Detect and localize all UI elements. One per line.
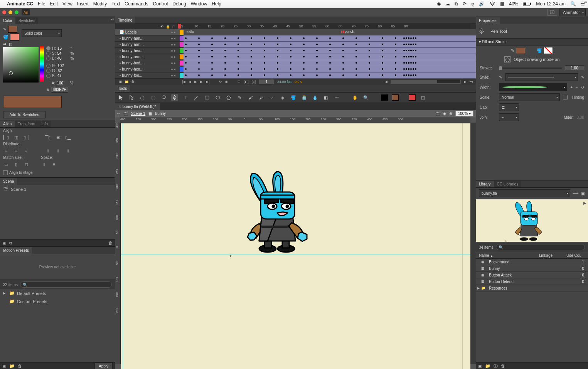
tab-color[interactable]: Color	[0, 17, 15, 24]
menu-view[interactable]: View	[62, 1, 72, 7]
tab-swatches[interactable]: Swatches	[15, 17, 38, 24]
duplicate-scene-icon[interactable]: ⧉	[9, 241, 12, 246]
dist-top-icon[interactable]: ≡	[3, 148, 9, 154]
menu-debug[interactable]: Debug	[172, 1, 186, 7]
document-tab[interactable]: ×bunny.fla (WebGL)*	[115, 103, 160, 110]
new-library-icon[interactable]: ▣	[581, 191, 585, 196]
vertical-ruler[interactable]: 40035030025020015010050050100150200	[115, 123, 121, 364]
cloud-icon[interactable]: ☁	[445, 1, 450, 7]
stage-canvas[interactable]: +	[121, 123, 470, 369]
scene-select-icon[interactable]: 🎬	[123, 111, 128, 116]
object-drawing-icon[interactable]: ◫	[420, 94, 426, 101]
clock[interactable]: Mon 12:24 am	[536, 1, 566, 7]
tab-motion-presets[interactable]: Motion Presets	[0, 247, 32, 254]
menu-window[interactable]: Window	[191, 1, 207, 7]
volume-icon[interactable]: 🔊	[479, 1, 485, 7]
cc-status-icon[interactable]: ◉	[437, 1, 441, 7]
space-v-icon[interactable]: ⦀	[41, 161, 47, 167]
selection-tool[interactable]	[117, 94, 124, 101]
hue-slider[interactable]	[40, 46, 44, 82]
stroke-style-dropdown[interactable]	[505, 73, 578, 81]
text-tool[interactable]: T	[182, 94, 189, 101]
align-bottom-icon[interactable]: ▯▁	[65, 134, 71, 140]
menu-help[interactable]: Help	[212, 1, 221, 7]
menu-text[interactable]: Text	[111, 1, 120, 7]
timeline-layer[interactable]: ▫ bunny-arm...	[115, 42, 476, 48]
tab-cc-libraries[interactable]: CC Libraries	[494, 181, 522, 187]
scale-dropdown[interactable]: Normal	[499, 93, 560, 101]
align-top-icon[interactable]: ▔▯	[45, 134, 51, 140]
ink-bottle-tool[interactable]: 🫙	[301, 94, 308, 101]
width-tool[interactable]: 〰	[333, 94, 340, 101]
stroke-slider[interactable]	[499, 67, 562, 69]
col-name[interactable]: Name ▲	[476, 253, 536, 258]
timeline-layer[interactable]: ▫ bunny-bod...	[115, 60, 476, 66]
onion-range-icon[interactable]: [◐]	[244, 80, 249, 84]
dropbox-icon[interactable]: ⧉	[455, 1, 458, 7]
panel-menu-icon[interactable]: ▾≡	[584, 1, 587, 4]
tab-library[interactable]: Library	[476, 181, 494, 187]
library-item[interactable]: ▦Bunny0	[476, 265, 588, 272]
color-type-dropdown[interactable]: Solid color	[22, 29, 62, 37]
eraser-tool[interactable]: ◧	[322, 94, 329, 101]
preview-play-icon[interactable]: ▶	[583, 201, 586, 205]
pen-tool[interactable]	[171, 94, 178, 101]
radio-h[interactable]	[46, 46, 51, 51]
loop-icon[interactable]: ↻	[219, 80, 222, 84]
delete-layer-icon[interactable]: 🗑	[131, 80, 135, 84]
sync-settings-icon[interactable]	[547, 9, 557, 16]
sync-icon[interactable]: ⟳	[463, 1, 467, 7]
delete-preset-icon[interactable]: 🗑	[18, 364, 22, 368]
center-stage-icon[interactable]: ⊕	[449, 111, 452, 116]
horizontal-ruler[interactable]: 4003503002502001501005005010015020025030…	[120, 117, 470, 123]
timeline-layer[interactable]: ▫ bunny-han...	[115, 35, 476, 42]
radio-r[interactable]	[46, 64, 51, 68]
lasso-tool[interactable]	[160, 94, 167, 101]
tool-stroke-swatch[interactable]	[381, 94, 388, 101]
pin-library-icon[interactable]: ⟿	[573, 191, 579, 196]
window-minimize[interactable]	[8, 10, 12, 14]
timeline-layer[interactable]: ▫ bunny-arm...	[115, 54, 476, 60]
prop-fill-swatch[interactable]	[544, 47, 553, 54]
next-frame-icon[interactable]: ▶	[200, 80, 203, 84]
remove-width-icon[interactable]: −	[576, 85, 578, 89]
swap-colors-icon[interactable]: ⇄	[3, 42, 6, 46]
stroke-value[interactable]: 1.00	[565, 65, 584, 71]
outline-all-icon[interactable]: ◻	[172, 25, 175, 29]
timeline-layer[interactable]: ▫ bunny-foo...	[115, 72, 476, 79]
radio-g[interactable]	[46, 69, 51, 73]
3d-rotation-tool[interactable]: ◯	[150, 94, 157, 101]
match-height-icon[interactable]: ▯	[13, 161, 19, 167]
play-icon[interactable]: ▶	[194, 80, 197, 84]
library-file-dropdown[interactable]: bunny.fla	[479, 189, 570, 197]
timeline-hscroll[interactable]	[391, 80, 461, 84]
col-usecount[interactable]: Use Cou	[563, 253, 588, 258]
custom-style-icon[interactable]: ✎	[581, 75, 584, 79]
guide[interactable]	[121, 254, 470, 255]
join-dropdown[interactable]: ⌐	[499, 113, 519, 121]
brush-tool[interactable]: 🖌	[247, 94, 254, 101]
edit-symbol-icon[interactable]: ◈	[443, 111, 446, 116]
library-item[interactable]: ▦Background1	[476, 259, 588, 265]
dist-right-icon[interactable]: ⦀	[65, 148, 71, 154]
align-hcenter-icon[interactable]: ◫	[13, 134, 19, 140]
onion-icon[interactable]: ◐	[225, 80, 228, 84]
reset-width-icon[interactable]: ↺	[581, 85, 584, 89]
wifi-icon[interactable]	[489, 2, 495, 6]
new-folder-icon[interactable]: 📁	[485, 364, 490, 369]
preset-folder[interactable]: ▶📁Default Presets	[0, 289, 115, 297]
library-item[interactable]: ▦Button Attack0	[476, 272, 588, 278]
subselection-tool[interactable]	[128, 94, 135, 101]
radio-b[interactable]	[46, 56, 51, 61]
new-folder-icon[interactable]: ▣	[2, 364, 6, 369]
tab-transform[interactable]: Transform	[15, 121, 38, 127]
oval-tool[interactable]	[214, 94, 221, 101]
tab-align[interactable]: Align	[0, 121, 15, 127]
edit-multi-icon[interactable]: [≡]	[252, 80, 256, 84]
eyedropper-tool[interactable]: 💧	[312, 94, 318, 101]
menu-edit[interactable]: Edit	[50, 1, 58, 7]
spotlight-icon[interactable]: 🔍	[570, 1, 576, 7]
breadcrumb-symbol[interactable]: Bunny	[155, 111, 166, 116]
stroke-color-swatch[interactable]	[8, 26, 17, 33]
align-stage-checkbox[interactable]	[3, 170, 8, 175]
